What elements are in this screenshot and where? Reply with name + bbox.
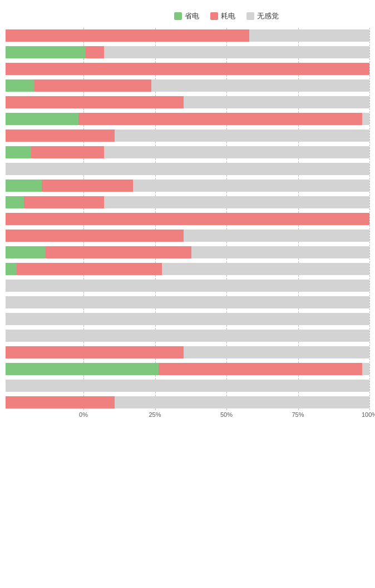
bar-segment-gray	[6, 280, 369, 292]
bar-segment-pink	[6, 346, 184, 358]
bar-segment-pink	[6, 63, 369, 75]
bar-segment-pink	[31, 146, 104, 158]
bar-label: iPhone X	[0, 348, 6, 356]
bar-segment-gray	[133, 180, 369, 192]
bar-label: iPhone 13	[0, 148, 6, 156]
table-row: iPhone XS	[6, 378, 369, 393]
legend-dot	[246, 12, 254, 20]
bar-track	[6, 79, 369, 92]
bar-segment-gray	[6, 313, 369, 325]
bar-label: iPhone 14 Pro Max	[0, 261, 6, 277]
bar-segment-green	[6, 196, 24, 208]
legend-dot	[174, 12, 182, 20]
bar-label: iPhone 12 mini	[0, 98, 6, 106]
bar-label: iPhone 8	[0, 282, 6, 290]
bar-segment-pink	[6, 230, 184, 242]
bar-label: iPhone 13 Pro	[0, 182, 6, 190]
bar-label: iPhone 13 mini	[0, 165, 6, 173]
legend-label: 耗电	[221, 11, 235, 21]
bar-track	[6, 263, 369, 275]
bar-segment-gray	[184, 96, 369, 108]
table-row: iPhone 11 Pro Max	[6, 61, 369, 77]
bar-segment-gray	[6, 163, 369, 175]
legend-label: 省电	[185, 11, 199, 21]
bar-track	[6, 163, 369, 175]
bar-segment-pink	[78, 113, 362, 125]
bar-label: iPhone 13 Pro Max	[0, 195, 6, 211]
bar-track	[6, 246, 369, 258]
table-row: iPhone 14 Plus	[6, 228, 369, 243]
chart-container: 省电耗电无感觉 iPhone 11iPhone 11 ProiPhone 11 …	[6, 6, 369, 430]
bar-segment-gray	[6, 380, 369, 392]
table-row: iPhone SE 第3代	[6, 328, 369, 343]
table-row: iPhone 11 Pro	[6, 44, 369, 60]
bar-track	[6, 63, 369, 75]
bar-label: iPhone 14 Pro	[0, 248, 6, 256]
bar-segment-pink	[6, 96, 184, 108]
table-row: iPhone 13 Pro	[6, 178, 369, 193]
bar-segment-gray	[115, 396, 369, 408]
bar-segment-gray	[184, 346, 369, 358]
x-tick-label: 75%	[292, 411, 304, 418]
bar-segment-gray	[104, 146, 369, 158]
bar-label: iPhone 14	[0, 215, 6, 223]
bar-segment-pink	[17, 263, 162, 275]
bar-label: iPhone 11 Pro	[0, 48, 6, 56]
x-tick-label: 0%	[79, 411, 88, 418]
bar-segment-green	[6, 246, 46, 258]
bar-track	[6, 196, 369, 208]
bar-segment-pink	[6, 29, 249, 42]
bar-track	[6, 46, 369, 58]
bar-segment-gray	[191, 246, 369, 258]
bar-label: iPhone 8 Plus	[0, 298, 6, 306]
bar-segment-gray	[104, 46, 369, 58]
bar-segment-pink	[46, 246, 191, 258]
bar-segment-green	[6, 146, 31, 158]
bar-segment-pink	[42, 180, 133, 192]
bar-segment-pink	[6, 396, 115, 408]
legend-dot	[210, 12, 218, 20]
table-row: iPhone 14 Pro Max	[6, 261, 369, 277]
bar-segment-pink	[24, 196, 104, 208]
bar-segment-gray	[6, 296, 369, 308]
table-row: iPhone 13 Pro Max	[6, 195, 369, 210]
bar-segment-gray	[151, 79, 369, 92]
bar-label: iPhone 12 Pro	[0, 115, 6, 123]
bar-track	[6, 113, 369, 125]
table-row: iPhone 12 mini	[6, 94, 369, 110]
bar-segment-gray	[104, 196, 369, 208]
bar-track	[6, 146, 369, 158]
table-row: iPhone 8	[6, 278, 369, 293]
bar-segment-green	[6, 363, 159, 375]
legend-label: 无感觉	[257, 11, 279, 21]
bar-track	[6, 180, 369, 192]
bar-segment-green	[6, 79, 34, 92]
bar-segment-gray	[162, 263, 369, 275]
x-tick-label: 100%	[362, 411, 375, 418]
bar-track	[6, 280, 369, 292]
bar-segment-green	[6, 46, 86, 58]
table-row: iPhone X	[6, 345, 369, 360]
bar-label: iPhone 11 Pro Max	[0, 61, 6, 77]
table-row: iPhone 11	[6, 28, 369, 43]
table-row: iPhone 13 mini	[6, 161, 369, 177]
bar-segment-gray	[6, 330, 369, 342]
bar-track	[6, 96, 369, 108]
bar-label: iPhone XS	[0, 382, 6, 390]
table-row: iPhone 8 Plus	[6, 295, 369, 310]
table-row: iPhone 13	[6, 144, 369, 160]
bar-track	[6, 330, 369, 342]
bar-segment-pink	[6, 213, 369, 225]
legend-item: 耗电	[210, 11, 235, 21]
bar-segment-pink	[6, 129, 115, 142]
bar-label: iPhone 12 Pro Max	[0, 128, 6, 144]
bar-track	[6, 346, 369, 358]
bar-segment-gray	[249, 29, 369, 42]
bar-label: iPhone 12	[0, 82, 6, 89]
bar-track	[6, 230, 369, 242]
bar-label: iPhone SE 第2代	[0, 315, 6, 323]
bar-label: iPhone SE 第3代	[0, 332, 6, 340]
bar-segment-pink	[86, 46, 104, 58]
x-tick-label: 50%	[220, 411, 233, 418]
bar-segment-green	[6, 180, 42, 192]
